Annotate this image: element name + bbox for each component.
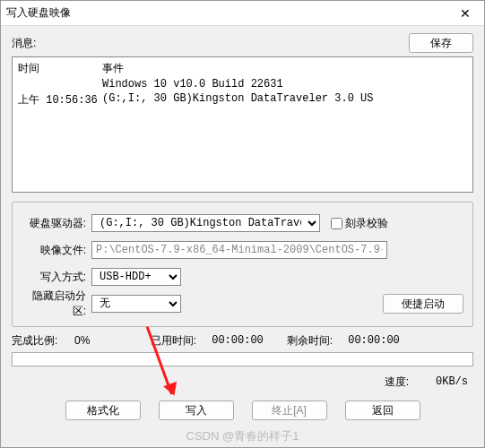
- button-row: 格式化 写入 终止[A] 返回: [12, 401, 473, 420]
- verify-label: 刻录校验: [345, 216, 388, 231]
- window-title: 写入硬盘映像: [6, 5, 452, 21]
- format-button[interactable]: 格式化: [65, 401, 141, 420]
- log-header: 时间 事件: [18, 61, 467, 76]
- speed-label: 速度:: [385, 375, 409, 390]
- settings-group: 硬盘驱动器: (G:,I:, 30 GB)Kingston DataTravel…: [12, 202, 473, 327]
- write-button[interactable]: 写入: [159, 401, 234, 420]
- abort-button[interactable]: 终止[A]: [252, 401, 327, 420]
- log-cell-time: 上午 10:56:36: [18, 92, 102, 108]
- close-icon[interactable]: ✕: [452, 4, 479, 23]
- log-cell-time: [18, 78, 102, 90]
- messages-label: 消息:: [12, 36, 409, 51]
- percent-label: 完成比例:: [12, 333, 69, 349]
- convenient-boot-button[interactable]: 便捷启动: [383, 294, 463, 314]
- verify-checkbox-input[interactable]: [331, 218, 342, 229]
- hidden-select[interactable]: 无: [91, 295, 181, 313]
- log-row: Windows 10 v10.0 Build 22631: [18, 78, 467, 90]
- log-header-event: 事件: [102, 61, 467, 76]
- dialog-body: 消息: 保存 时间 事件 Windows 10 v10.0 Build 2263…: [1, 26, 484, 447]
- method-label: 写入方式:: [22, 270, 91, 285]
- status-row-1: 完成比例: 0% 已用时间: 00:00:00 剩余时间: 00:00:00: [12, 331, 473, 350]
- status-row-2: 速度: 0KB/s: [12, 372, 473, 392]
- image-label: 映像文件:: [22, 243, 91, 258]
- titlebar: 写入硬盘映像 ✕: [1, 1, 484, 26]
- log-header-time: 时间: [18, 61, 102, 76]
- save-button[interactable]: 保存: [409, 33, 473, 53]
- elapsed-label: 已用时间:: [143, 333, 196, 349]
- messages-row: 消息: 保存: [12, 33, 473, 53]
- verify-checkbox[interactable]: 刻录校验: [327, 215, 388, 232]
- remain-label: 剩余时间:: [279, 333, 333, 349]
- dialog-window: 写入硬盘映像 ✕ 消息: 保存 时间 事件 Windows 10 v10.0 B…: [0, 0, 485, 448]
- log-row: 上午 10:56:36 (G:,I:, 30 GB)Kingston DataT…: [18, 92, 467, 108]
- log-cell-event: Windows 10 v10.0 Build 22631: [102, 78, 467, 90]
- remain-value: 00:00:00: [338, 334, 410, 347]
- drive-label: 硬盘驱动器:: [22, 216, 91, 231]
- elapsed-value: 00:00:00: [202, 334, 273, 347]
- back-button[interactable]: 返回: [345, 401, 420, 420]
- progress-bar: [12, 352, 473, 366]
- method-select[interactable]: USB-HDD+: [91, 268, 181, 286]
- log-cell-event: (G:,I:, 30 GB)Kingston DataTraveler 3.0 …: [102, 92, 467, 108]
- percent-value: 0%: [74, 334, 137, 347]
- speed-value: 0KB/s: [414, 375, 468, 388]
- image-field[interactable]: [91, 241, 387, 259]
- hidden-label: 隐藏启动分区:: [22, 289, 91, 319]
- drive-select[interactable]: (G:,I:, 30 GB)Kingston DataTraveler 3.0 …: [91, 214, 320, 232]
- log-panel: 时间 事件 Windows 10 v10.0 Build 22631 上午 10…: [12, 56, 473, 193]
